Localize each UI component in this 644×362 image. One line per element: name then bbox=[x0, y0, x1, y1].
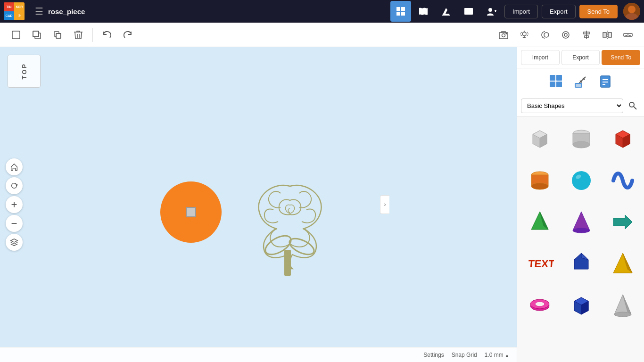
right-sidebar: Import Export Send To bbox=[517, 47, 644, 362]
grid-view-button[interactable] bbox=[390, 1, 411, 22]
copy-button[interactable] bbox=[28, 26, 46, 44]
shapes-grid: TEXT bbox=[517, 116, 644, 362]
import-button[interactable]: Import bbox=[504, 5, 538, 18]
svg-marker-31 bbox=[608, 33, 611, 37]
shapes-category-select[interactable]: Basic Shapes Featured Text & Numbers Con… bbox=[521, 99, 623, 113]
align-tool[interactable] bbox=[578, 26, 595, 44]
delete-button[interactable] bbox=[69, 26, 87, 44]
tinkercad-logo[interactable]: TIN KER CAD ® bbox=[4, 2, 25, 20]
user-avatar[interactable] bbox=[623, 3, 640, 20]
svg-line-55 bbox=[634, 107, 636, 109]
ring-tool[interactable] bbox=[557, 26, 575, 44]
svg-marker-74 bbox=[613, 215, 632, 229]
redo-button[interactable] bbox=[119, 26, 137, 44]
shape-cylinder-orange[interactable] bbox=[521, 162, 559, 199]
shape-cone-purple[interactable] bbox=[562, 203, 600, 241]
sidebar-collapse-chevron[interactable]: › bbox=[380, 195, 389, 214]
svg-point-25 bbox=[564, 33, 567, 36]
svg-point-21 bbox=[506, 33, 507, 34]
orange-cylinder-shape[interactable] bbox=[160, 181, 222, 243]
svg-point-24 bbox=[562, 32, 569, 38]
search-shapes-button[interactable] bbox=[625, 98, 640, 113]
svg-point-73 bbox=[573, 228, 590, 233]
svg-marker-72 bbox=[573, 212, 590, 230]
svg-point-10 bbox=[628, 6, 636, 13]
gallery-button[interactable] bbox=[413, 1, 434, 22]
grid-shapes-button[interactable] bbox=[546, 71, 567, 92]
list-view-icon[interactable]: ☰ bbox=[35, 6, 43, 17]
svg-marker-30 bbox=[603, 33, 606, 37]
svg-rect-49 bbox=[575, 83, 582, 87]
notes-shapes-button[interactable] bbox=[595, 71, 616, 92]
svg-point-23 bbox=[544, 33, 549, 37]
duplicate-button[interactable] bbox=[49, 26, 66, 44]
shape-torus-pink[interactable] bbox=[521, 286, 559, 324]
ruler-shapes-button[interactable] bbox=[570, 71, 591, 92]
shape-pentagon-blue[interactable] bbox=[562, 245, 600, 282]
svg-point-22 bbox=[522, 32, 526, 36]
rose-shape[interactable] bbox=[236, 167, 344, 276]
projects-button[interactable] bbox=[458, 1, 479, 22]
light-tool[interactable] bbox=[515, 26, 533, 44]
canvas-area[interactable]: TOP bbox=[0, 47, 517, 362]
toolbar bbox=[0, 23, 644, 47]
mirror-tool[interactable] bbox=[598, 26, 616, 44]
sidebar-import-button[interactable]: Import bbox=[521, 50, 560, 65]
shape-arrow-teal[interactable] bbox=[604, 203, 642, 241]
sidebar-send-to-button[interactable]: Send To bbox=[602, 50, 640, 65]
project-name[interactable]: rose_piece bbox=[48, 8, 85, 16]
top-nav-bar: TIN KER CAD ® ☰ rose_piece Import Export… bbox=[0, 0, 644, 23]
shape-pyramid-yellow[interactable] bbox=[604, 245, 642, 282]
svg-point-68 bbox=[572, 171, 591, 190]
camera-view-tool[interactable] bbox=[495, 26, 512, 44]
add-collaborator-button[interactable] bbox=[481, 1, 502, 22]
svg-point-54 bbox=[629, 102, 634, 107]
objects-layer bbox=[0, 47, 517, 362]
sidebar-export-button[interactable]: Export bbox=[561, 50, 600, 65]
shapes-category-bar: Basic Shapes Featured Text & Numbers Con… bbox=[517, 95, 644, 116]
svg-point-82 bbox=[535, 302, 545, 306]
svg-point-20 bbox=[502, 33, 505, 37]
svg-rect-2 bbox=[396, 12, 400, 16]
svg-rect-14 bbox=[33, 31, 39, 37]
ruler-tool[interactable] bbox=[619, 26, 637, 44]
shape-text[interactable]: TEXT bbox=[521, 245, 559, 282]
svg-rect-1 bbox=[401, 7, 405, 11]
svg-rect-5 bbox=[464, 8, 473, 15]
builds-button[interactable] bbox=[436, 1, 456, 22]
shape-sphere[interactable] bbox=[562, 162, 600, 199]
svg-rect-4 bbox=[442, 15, 450, 16]
shape-cone-gray[interactable] bbox=[604, 286, 642, 324]
svg-rect-47 bbox=[550, 82, 555, 87]
svg-point-67 bbox=[531, 183, 548, 189]
undo-button[interactable] bbox=[98, 26, 116, 44]
svg-rect-0 bbox=[396, 7, 400, 11]
shape-cylinder-gray[interactable] bbox=[562, 120, 600, 158]
status-bar: Settings Snap Grid 1.0 mm ▲ bbox=[0, 347, 517, 362]
svg-point-6 bbox=[488, 8, 492, 12]
shape-type-buttons bbox=[517, 68, 644, 95]
shape-pyramid-green[interactable] bbox=[521, 203, 559, 241]
shape-box-red[interactable] bbox=[604, 120, 642, 158]
shape-subtract-tool[interactable] bbox=[536, 26, 554, 44]
export-button[interactable]: Export bbox=[542, 5, 576, 18]
new-button[interactable] bbox=[7, 26, 25, 44]
svg-rect-48 bbox=[556, 82, 562, 87]
svg-rect-3 bbox=[401, 12, 405, 16]
shape-squiggle[interactable] bbox=[604, 162, 642, 199]
sidebar-action-buttons: Import Export Send To bbox=[517, 47, 644, 68]
svg-rect-46 bbox=[556, 75, 562, 81]
send-to-button[interactable]: Send To bbox=[579, 5, 618, 18]
settings-label[interactable]: Settings bbox=[423, 352, 444, 358]
snap-grid-label: Snap Grid bbox=[452, 352, 477, 358]
main-content: TOP bbox=[0, 47, 644, 362]
svg-rect-17 bbox=[56, 33, 61, 38]
svg-text:TEXT: TEXT bbox=[528, 258, 554, 270]
shape-box-gray[interactable] bbox=[521, 120, 559, 158]
snap-value[interactable]: 1.0 mm ▲ bbox=[485, 352, 509, 358]
shape-cube-blue[interactable] bbox=[562, 286, 600, 324]
toolbar-divider-1 bbox=[92, 28, 93, 42]
svg-point-61 bbox=[573, 141, 590, 148]
cylinder-hole bbox=[186, 207, 196, 217]
svg-rect-12 bbox=[12, 31, 20, 39]
